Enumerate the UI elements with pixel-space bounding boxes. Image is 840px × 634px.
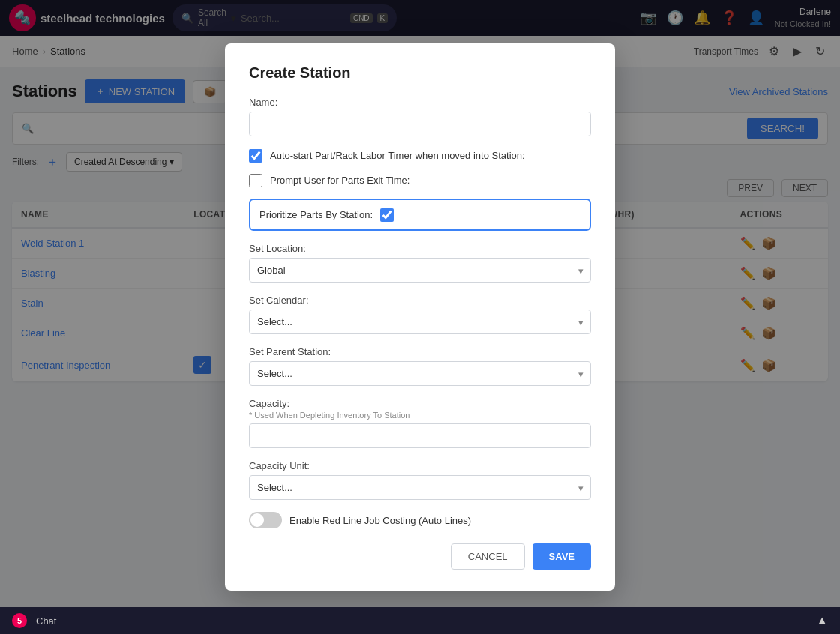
location-select[interactable]: Global — [249, 258, 591, 283]
create-station-modal: Create Station Name: Auto-start Part/Rac… — [225, 43, 615, 393]
auto-start-label: Auto-start Part/Rack Labor Timer when mo… — [270, 148, 525, 163]
prompt-user-checkbox[interactable] — [249, 174, 262, 187]
set-location-label: Set Location: — [249, 243, 591, 254]
auto-start-row: Auto-start Part/Rack Labor Timer when mo… — [249, 148, 591, 163]
set-parent-label: Set Parent Station: — [249, 346, 591, 357]
set-location-group: Set Location: Global ▾ — [249, 243, 591, 283]
calendar-select-wrap: Select... ▾ — [249, 310, 591, 334]
prompt-user-row: Prompt User for Parts Exit Time: — [249, 173, 591, 188]
modal-overlay: Create Station Name: Auto-start Part/Rac… — [0, 0, 840, 393]
name-input[interactable] — [249, 112, 591, 136]
set-parent-group: Set Parent Station: Select... ▾ — [249, 346, 591, 386]
location-select-wrap: Global ▾ — [249, 258, 591, 283]
auto-start-checkbox[interactable] — [249, 149, 262, 163]
set-calendar-group: Set Calendar: Select... ▾ — [249, 295, 591, 334]
set-calendar-label: Set Calendar: — [249, 295, 591, 306]
name-field-group: Name: — [249, 97, 591, 136]
prioritize-checkbox-row: Prioritize Parts By Station: — [260, 208, 580, 223]
modal-title: Create Station — [249, 64, 591, 82]
parent-select-wrap: Select... ▾ — [249, 361, 591, 386]
prioritize-checkbox[interactable] — [380, 208, 394, 222]
prompt-user-label: Prompt User for Parts Exit Time: — [270, 173, 410, 188]
prioritize-label: Prioritize Parts By Station: — [260, 208, 373, 223]
calendar-select[interactable]: Select... — [249, 310, 591, 334]
parent-select[interactable]: Select... — [249, 361, 591, 386]
prioritize-row: Prioritize Parts By Station: — [249, 199, 591, 232]
name-label: Name: — [249, 97, 591, 108]
